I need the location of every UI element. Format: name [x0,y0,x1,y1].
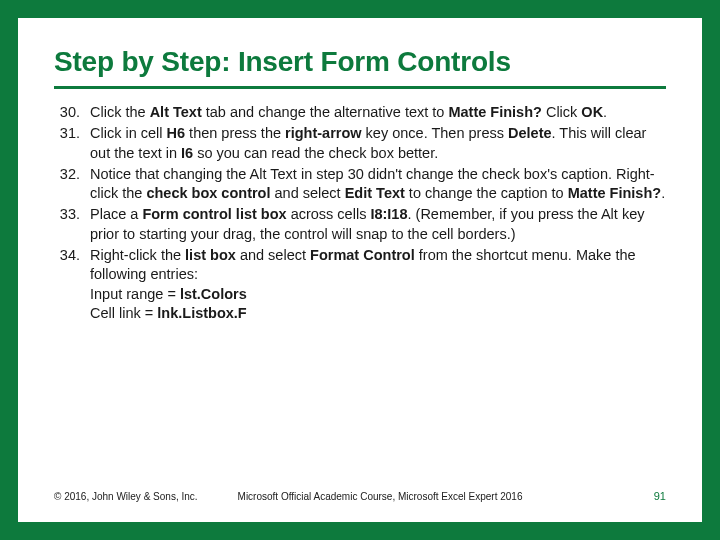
footer-copyright: © 2016, John Wiley & Sons, Inc. [54,491,198,502]
step-text: Place a Form control list box across cel… [90,205,666,244]
step-text: Notice that changing the Alt Text in ste… [90,165,666,204]
step-text: Right-click the list box and select Form… [90,246,666,323]
step-number: 33. [54,205,90,244]
step-item: 33.Place a Form control list box across … [54,205,666,244]
step-text: Click the Alt Text tab and change the al… [90,103,666,122]
footer-course: Microsoft Official Academic Course, Micr… [238,491,654,502]
step-item: 32.Notice that changing the Alt Text in … [54,165,666,204]
step-item: 34.Right-click the list box and select F… [54,246,666,323]
step-number: 34. [54,246,90,323]
slide-content: 30.Click the Alt Text tab and change the… [54,103,666,478]
slide-title: Step by Step: Insert Form Controls [54,46,666,78]
footer-page-number: 91 [654,490,666,502]
title-rule [54,86,666,89]
step-text: Click in cell H6 then press the right-ar… [90,124,666,163]
step-item: 31.Click in cell H6 then press the right… [54,124,666,163]
step-list: 30.Click the Alt Text tab and change the… [54,103,666,323]
step-item: 30.Click the Alt Text tab and change the… [54,103,666,122]
step-number: 32. [54,165,90,204]
slide-footer: © 2016, John Wiley & Sons, Inc. Microsof… [54,490,666,502]
step-number: 30. [54,103,90,122]
slide: Step by Step: Insert Form Controls 30.Cl… [18,18,702,522]
step-number: 31. [54,124,90,163]
